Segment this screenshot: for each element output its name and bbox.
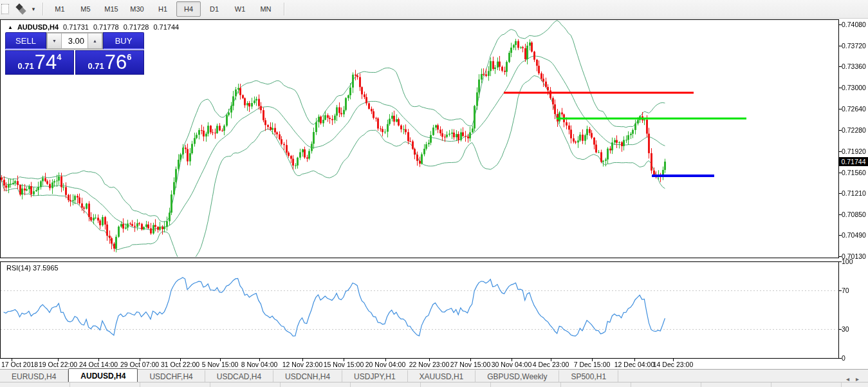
toolbar-separator: [284, 3, 284, 15]
price-axis-label: 0.71920: [842, 147, 866, 155]
ohlc-close: 0.71744: [153, 23, 179, 31]
price-axis-label: 0.74080: [842, 21, 866, 28]
toolbar-separator: [42, 3, 43, 15]
one-click-trade-widget: SELL ▼ 3.00 ▲ BUY 0.71 74 4 0.71 76 6: [5, 32, 144, 75]
price-axis-label: 0.70850: [842, 211, 866, 218]
chart-tab-gbpusd[interactable]: GBPUSD,Weekly: [476, 370, 559, 382]
rsi-axis-label: 0: [842, 354, 845, 362]
buy-button[interactable]: BUY: [103, 32, 144, 50]
rsi-axis-label: 70: [842, 287, 849, 294]
volume-input[interactable]: 3.00: [62, 33, 88, 49]
chevron-down-icon[interactable]: ▾: [30, 3, 37, 15]
price-axis-label: 0.72640: [842, 105, 866, 113]
timeframe-button-d1[interactable]: D1: [202, 1, 226, 17]
chart-tab-audusd[interactable]: AUDUSD,H4: [68, 368, 138, 382]
chart-tab-eurusd[interactable]: EURUSD,H4: [0, 370, 68, 382]
buy-price-prefix: 0.71: [88, 61, 104, 71]
price-axis-label: 0.70490: [842, 231, 866, 239]
date-axis-label: 8 Nov 04:00: [241, 361, 278, 368]
selection-icon[interactable]: [0, 3, 13, 15]
top-toolbar: ▾ M1M5M15M30H1H4D1W1MN: [0, 0, 868, 19]
date-axis-label: 7 Dec 15:00: [574, 361, 611, 368]
buy-price-panel[interactable]: 0.71 76 6: [75, 50, 144, 75]
price-axis-label: 0.73360: [842, 62, 866, 70]
date-axis-label: 27 Nov 15:00: [450, 361, 490, 368]
sell-button[interactable]: SELL: [5, 32, 46, 50]
chart-tab-sp500[interactable]: SP500,H1: [559, 370, 618, 382]
timeframe-button-m5[interactable]: M5: [73, 1, 98, 17]
timeframe-button-mn[interactable]: MN: [254, 1, 278, 17]
date-axis-label: 19 Oct 22:00: [39, 361, 77, 368]
date-axis-label: 12 Nov 23:00: [282, 361, 322, 368]
date-axis-label: 31 Oct 22:00: [161, 361, 199, 368]
date-axis-label: 4 Dec 23:00: [533, 361, 569, 368]
sell-price-main: 74: [35, 52, 57, 73]
chart-ohlc-header: ▲ AUDUSD,H4 0.71731 0.71778 0.71728 0.71…: [8, 23, 179, 31]
date-axis-label: 20 Nov 04:00: [365, 361, 405, 368]
ohlc-high: 0.71778: [93, 23, 119, 31]
ohlc-low: 0.71728: [124, 23, 149, 31]
date-axis-label: 15 Nov 15:00: [324, 361, 364, 368]
volume-increase-button[interactable]: ▲: [88, 33, 102, 49]
chart-tab-bar: EURUSD,H4AUDUSD,H4USDCHF,H4USDCAD,H4USDC…: [0, 369, 868, 382]
volume-stepper: ▼ 3.00 ▲: [46, 32, 103, 50]
date-axis-label: 14 Dec 23:00: [653, 361, 693, 368]
price-axis-label: 0.73000: [842, 84, 866, 91]
price-axis-label: 0.73720: [842, 42, 866, 50]
date-axis-label: 29 Oct 07:00: [120, 361, 159, 368]
timeframe-button-w1[interactable]: W1: [228, 1, 252, 17]
date-axis-label: 5 Nov 15:00: [202, 361, 239, 368]
current-price-tag: 0.71744: [839, 157, 868, 166]
sell-price-pip: 4: [57, 52, 61, 62]
status-bar: [0, 382, 868, 387]
timeframe-button-group: M1M5M15M30H1H4D1W1MN: [47, 1, 279, 17]
rsi-indicator-label: RSI(14) 37.5965: [6, 264, 59, 272]
buy-price-main: 76: [105, 52, 127, 73]
price-axis-label: 0.71210: [842, 189, 866, 197]
chart-tab-usdcad[interactable]: USDCAD,H4: [205, 370, 273, 382]
timeframe-button-m30[interactable]: M30: [125, 1, 149, 17]
ohlc-open: 0.71731: [63, 23, 89, 31]
tile-windows-icon[interactable]: [13, 3, 30, 15]
date-axis-label: 30 Nov 04:00: [492, 361, 531, 368]
sell-price-prefix: 0.71: [17, 61, 33, 71]
date-axis-label: 22 Nov 23:00: [409, 361, 449, 368]
timeframe-button-m15[interactable]: M15: [99, 1, 124, 17]
sell-price-panel[interactable]: 0.71 74 4: [5, 50, 74, 75]
chart-tab-usdjpy[interactable]: USDJPY,H1: [342, 370, 407, 382]
price-axis-label: 0.72280: [842, 126, 866, 134]
chart-tab-usdchf[interactable]: USDCHF,H4: [138, 370, 205, 382]
chart-tab-usdcnh[interactable]: USDCNH,H4: [273, 370, 342, 382]
date-axis-label: 12 Dec 04:00: [614, 361, 654, 368]
chart-symbol-label: AUDUSD,H4: [17, 23, 59, 31]
date-axis-label: 24 Oct 14:00: [79, 361, 118, 368]
timeframe-button-m1[interactable]: M1: [48, 1, 72, 17]
timeframe-button-h1[interactable]: H1: [151, 1, 175, 17]
buy-price-pip: 6: [127, 52, 131, 62]
rsi-axis-label: 30: [842, 325, 849, 333]
chart-tab-xauusd[interactable]: XAUUSD,H1: [408, 370, 476, 382]
price-axis-label: 0.71560: [842, 169, 866, 176]
timeframe-button-h4[interactable]: H4: [176, 1, 201, 17]
date-axis-label: 17 Oct 2018: [1, 361, 38, 368]
collapse-panel-icon[interactable]: ▲: [8, 24, 13, 30]
rsi-axis-label: 100: [842, 258, 853, 265]
volume-decrease-button[interactable]: ▼: [47, 33, 62, 49]
